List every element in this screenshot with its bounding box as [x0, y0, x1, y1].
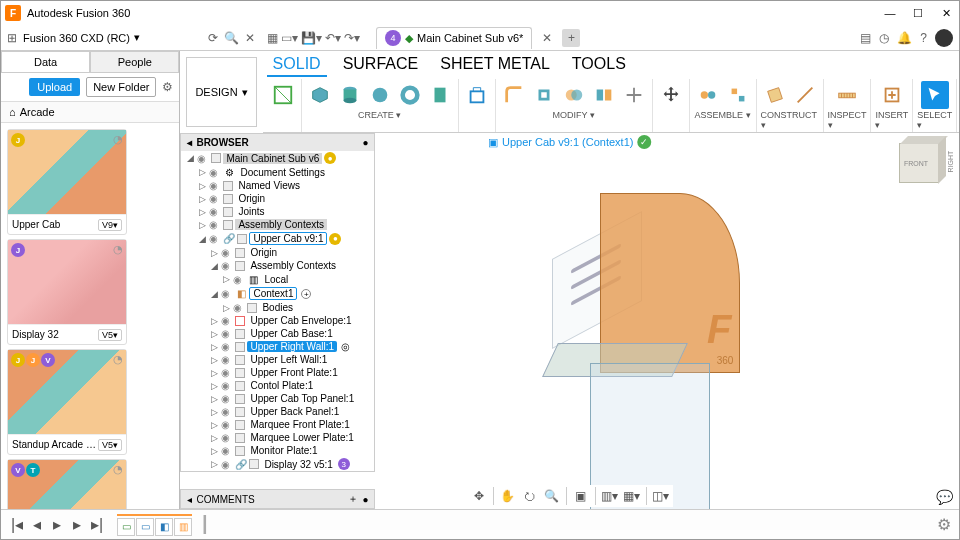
joint-tool[interactable]: [694, 81, 722, 109]
workspace-tab[interactable]: SOLID: [267, 53, 327, 77]
meas-tool[interactable]: [833, 81, 861, 109]
box-tool[interactable]: [306, 81, 334, 109]
tree-row[interactable]: ◢◉🔗Upper Cab v9:1●: [181, 231, 374, 246]
ext-tool[interactable]: [463, 81, 491, 109]
move-tool[interactable]: [657, 81, 685, 109]
extensions-icon[interactable]: ▤: [860, 31, 871, 45]
apps-icon[interactable]: ▦: [267, 31, 278, 45]
workspace-tab[interactable]: SHEET METAL: [434, 53, 556, 77]
comments-panel[interactable]: ◂ COMMENTS ＋ ●: [180, 489, 375, 509]
tree-row[interactable]: ◢◉◧Context1+: [181, 286, 374, 301]
sphere-tool[interactable]: [366, 81, 394, 109]
timeline-feature[interactable]: ▭: [136, 518, 154, 536]
orbit-icon[interactable]: ✥: [469, 487, 489, 505]
tree-row[interactable]: ◢◉Main Cabinet Sub v6●: [181, 151, 374, 165]
tree-row[interactable]: ▷◉Upper Cab Base:1: [181, 327, 374, 340]
tab-close[interactable]: ✕: [538, 29, 556, 47]
tree-row[interactable]: ▷◉Marquee Lower Plate:1: [181, 431, 374, 444]
avatar[interactable]: [935, 29, 953, 47]
comments-options-icon[interactable]: ●: [362, 494, 368, 505]
redo-icon[interactable]: ↷▾: [344, 31, 360, 45]
tree-row[interactable]: ▷◉Upper Cab Envelope:1: [181, 314, 374, 327]
workspace-tab[interactable]: TOOLS: [566, 53, 632, 77]
refresh-icon[interactable]: ⟳: [208, 31, 218, 45]
timeline-settings[interactable]: ⚙: [937, 515, 951, 534]
tab-data[interactable]: Data: [1, 51, 90, 72]
gear-icon[interactable]: ⚙: [162, 80, 173, 94]
timeline-prev[interactable]: ◂: [29, 515, 45, 534]
undo-icon[interactable]: ↶▾: [325, 31, 341, 45]
grid-icon[interactable]: ▦▾: [622, 487, 642, 505]
finish-context-button[interactable]: ✓: [637, 135, 651, 149]
tree-row[interactable]: ▷◉Upper Right Wall:1◎: [181, 340, 374, 353]
tree-row[interactable]: ▷◉🔗Display 32 v5:13: [181, 457, 374, 471]
sel-tool[interactable]: [921, 81, 949, 109]
plane-tool[interactable]: [761, 81, 789, 109]
viewcube[interactable]: FRONT RIGHT: [899, 143, 949, 193]
file-card[interactable]: J◔ Display 32V5▾: [7, 239, 127, 345]
tree-row[interactable]: ▷◉Upper Back Panel:1: [181, 405, 374, 418]
new-folder-button[interactable]: New Folder: [86, 77, 156, 97]
viewports-icon[interactable]: ◫▾: [651, 487, 671, 505]
window-minimize[interactable]: —: [881, 7, 899, 20]
tree-row[interactable]: ▷◉Monitor Plate:1: [181, 444, 374, 457]
add-comment-icon[interactable]: ＋: [348, 492, 358, 506]
tree-row[interactable]: ▷◉Joints: [181, 205, 374, 218]
search-icon[interactable]: 🔍: [224, 31, 239, 45]
document-tab[interactable]: 4 ◆ Main Cabinet Sub v6*: [376, 27, 532, 49]
tree-row[interactable]: ▷◉Marquee Front Plate:1: [181, 418, 374, 431]
tree-row[interactable]: ▷◉Upper Front Plate:1: [181, 366, 374, 379]
torus-tool[interactable]: [396, 81, 424, 109]
timeline-feature[interactable]: ◧: [155, 518, 173, 536]
grid-icon[interactable]: ⊞: [7, 31, 17, 45]
file-new-icon[interactable]: ▭▾: [281, 31, 298, 45]
tab-new[interactable]: +: [562, 29, 580, 47]
as-tool[interactable]: [724, 81, 752, 109]
file-card[interactable]: JJV◔ Standup Arcade …V5▾: [7, 349, 127, 455]
orbit2-icon[interactable]: ⭮: [520, 487, 540, 505]
sketch-tool[interactable]: [269, 81, 297, 109]
upload-button[interactable]: Upload: [29, 78, 80, 96]
breadcrumb[interactable]: ⌂ Arcade: [1, 101, 179, 123]
tree-row[interactable]: ◢◉Assembly Contexts: [181, 259, 374, 272]
file-card[interactable]: VT◔ Main Cabinet Sub: [7, 459, 127, 509]
timeline-feature[interactable]: ▥: [174, 518, 192, 536]
save-icon[interactable]: 💾▾: [301, 31, 322, 45]
workspace-switcher[interactable]: DESIGN▾: [186, 57, 256, 127]
tree-row[interactable]: ▷◉Origin: [181, 192, 374, 205]
timeline-end[interactable]: ▸|: [89, 515, 105, 534]
tree-row[interactable]: ▷◉▥Local: [181, 272, 374, 286]
display-icon[interactable]: ▥▾: [600, 487, 620, 505]
file-card[interactable]: J◔ Upper CabV9▾: [7, 129, 127, 235]
browser-options-icon[interactable]: ●: [362, 137, 368, 148]
workspace-tab[interactable]: SURFACE: [337, 53, 425, 77]
chat-icon[interactable]: 💬: [936, 489, 953, 505]
lookat-icon[interactable]: 🔍: [542, 487, 562, 505]
cmb-tool[interactable]: [560, 81, 588, 109]
tree-row[interactable]: ▷◉Contol Plate:1: [181, 379, 374, 392]
timeline-play[interactable]: ▸: [49, 515, 65, 534]
tree-row[interactable]: ▷◉Named Views: [181, 179, 374, 192]
tree-row[interactable]: ▷◉⚙Document Settings: [181, 165, 374, 179]
align-tool[interactable]: [620, 81, 648, 109]
help-icon[interactable]: ?: [920, 31, 927, 45]
tree-row[interactable]: ▷◉Assembly Contexts: [181, 218, 374, 231]
project-selector[interactable]: Fusion 360 CXD (RC) ▾: [23, 31, 140, 44]
timeline-next[interactable]: ▸: [69, 515, 85, 534]
tree-row[interactable]: ▷◉Bodies: [181, 301, 374, 314]
split-tool[interactable]: [590, 81, 618, 109]
ins-tool[interactable]: [878, 81, 906, 109]
tab-people[interactable]: People: [90, 51, 179, 72]
fit-icon[interactable]: ▣: [571, 487, 591, 505]
cylinder-tool[interactable]: [336, 81, 364, 109]
timeline-feature[interactable]: ▭: [117, 518, 135, 536]
coil-tool[interactable]: [426, 81, 454, 109]
axis-tool[interactable]: [791, 81, 819, 109]
collapse-comments-icon[interactable]: ◂: [187, 494, 192, 505]
close-panel-icon[interactable]: ✕: [245, 31, 255, 45]
window-close[interactable]: ✕: [937, 7, 955, 20]
viewport[interactable]: ▣ Upper Cab v9:1 (Context1) ✓ ◂ BROWSER …: [180, 133, 959, 509]
tree-row[interactable]: ▷◉Origin: [181, 246, 374, 259]
collapse-browser-icon[interactable]: ◂: [187, 137, 192, 148]
timeline-start[interactable]: |◂: [9, 515, 25, 534]
